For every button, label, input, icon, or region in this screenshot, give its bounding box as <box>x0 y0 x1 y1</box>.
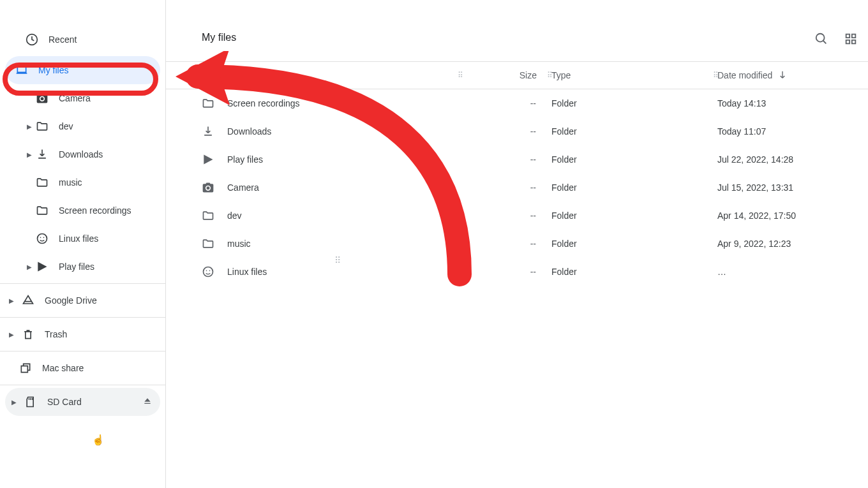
table-row[interactable]: Screen recordings--FolderToday 14:13 <box>166 89 868 117</box>
file-date: Today 11:07 <box>717 126 858 137</box>
sidebar-item[interactable]: ▶Downloads <box>0 140 165 168</box>
table-row[interactable]: dev--FolderApr 14, 2022, 17:50 <box>166 202 868 230</box>
sort-desc-icon <box>777 70 788 82</box>
camera-icon <box>202 181 214 194</box>
view-grid-button[interactable] <box>844 32 858 48</box>
folder-icon <box>36 120 49 133</box>
file-date: Apr 9, 2022, 12:23 <box>717 239 858 249</box>
sidebar-item[interactable]: ▶Play files <box>0 253 165 281</box>
expand-icon[interactable]: ▶ <box>24 151 34 158</box>
table-row[interactable]: Camera--FolderJul 15, 2022, 13:31 <box>166 174 868 202</box>
toolbar: My files <box>166 0 868 61</box>
sidebar-label: dev <box>59 121 160 131</box>
file-name: Linux files <box>227 267 267 277</box>
sidebar-label: Screen recordings <box>59 205 160 216</box>
sidebar-item-trash[interactable]: ▶ Trash <box>0 320 165 348</box>
file-size: -- <box>462 239 551 249</box>
file-size: -- <box>462 267 551 277</box>
eject-icon[interactable] <box>142 396 153 408</box>
sidebar-item[interactable]: Linux files <box>0 225 165 253</box>
col-size[interactable]: Size ⠿ <box>462 70 551 80</box>
file-name: Play files <box>227 154 263 165</box>
expand-icon[interactable]: ▶ <box>9 399 19 406</box>
file-type: Folder <box>551 98 717 108</box>
drag-handle-icon[interactable]: ⠿ <box>547 71 551 80</box>
play-icon <box>202 153 214 166</box>
sidebar-label: Recent <box>49 34 160 45</box>
col-date[interactable]: Date modified <box>717 70 858 82</box>
expand-icon[interactable]: ▶ <box>6 297 17 304</box>
file-name: music <box>227 239 251 249</box>
linux-icon <box>36 232 49 245</box>
sidebar-label: Camera <box>59 93 160 103</box>
drag-handle-icon[interactable]: ⠿ <box>458 71 462 80</box>
sidebar-label: Downloads <box>59 149 160 159</box>
folder-icon <box>202 209 214 222</box>
expand-icon[interactable]: ▶ <box>24 263 34 270</box>
drag-handle-icon[interactable]: ⠿ <box>713 71 717 80</box>
file-name: Camera <box>227 182 259 193</box>
sidebar-item-gdrive[interactable]: ▶ Google Drive <box>0 286 165 314</box>
sidebar-label: My files <box>38 65 155 75</box>
file-type: Folder <box>551 267 717 277</box>
file-size: -- <box>462 98 551 108</box>
file-type: Folder <box>551 182 717 193</box>
share-icon <box>19 362 32 374</box>
main-panel: My files Name ⠿ Size ⠿ Type ⠿ <box>166 0 868 488</box>
file-name: dev <box>227 211 242 221</box>
download-icon <box>202 125 214 138</box>
file-size: -- <box>462 182 551 193</box>
file-size: -- <box>462 211 551 221</box>
search-button[interactable] <box>814 32 828 48</box>
expand-icon[interactable]: ▶ <box>6 331 17 338</box>
table-row[interactable]: Play files--FolderJul 22, 2022, 14:28 <box>166 145 868 174</box>
trash-icon <box>22 328 34 341</box>
col-name[interactable]: Name ⠿ <box>202 70 462 80</box>
resize-handle-icon[interactable]: ⠿ <box>332 253 343 268</box>
sidebar-label: Trash <box>45 329 160 339</box>
download-icon <box>36 148 49 161</box>
sidebar: Recent My files Camera▶dev▶Downloadsmusi… <box>0 0 166 488</box>
file-type: Folder <box>551 211 717 221</box>
table-row[interactable]: Downloads--FolderToday 11:07 <box>166 117 868 145</box>
sidebar-item[interactable]: music <box>0 168 165 196</box>
sidebar-item[interactable]: Camera <box>0 84 165 112</box>
sidebar-item-myfiles[interactable]: My files <box>5 56 160 84</box>
file-date: Jul 22, 2022, 14:28 <box>717 154 858 165</box>
table-row[interactable]: Linux files--Folder… <box>166 258 868 286</box>
file-date: Today 14:13 <box>717 98 858 108</box>
sidebar-label: music <box>59 177 160 188</box>
sidebar-item-macshare[interactable]: Mac share <box>0 354 165 382</box>
breadcrumb-title: My files <box>202 32 236 43</box>
play-icon <box>36 260 49 273</box>
sidebar-label: Play files <box>59 262 160 272</box>
sidebar-item[interactable]: Screen recordings <box>0 196 165 225</box>
file-table: Name ⠿ Size ⠿ Type ⠿ Date modified Scree… <box>166 61 868 286</box>
sd-icon <box>24 396 37 408</box>
col-type[interactable]: Type ⠿ <box>551 70 717 80</box>
clock-icon <box>26 33 38 46</box>
folder-icon <box>202 97 214 110</box>
gdrive-icon <box>22 294 34 307</box>
file-date: Jul 15, 2022, 13:31 <box>717 182 858 193</box>
sidebar-label: Mac share <box>42 363 160 373</box>
sidebar-label: Google Drive <box>45 295 160 306</box>
linux-icon <box>202 265 214 278</box>
file-size: -- <box>462 126 551 137</box>
sidebar-label: SD Card <box>47 397 142 407</box>
sidebar-item-sdcard[interactable]: ▶ SD Card <box>5 388 160 416</box>
folder-icon <box>36 204 49 217</box>
file-type: Folder <box>551 154 717 165</box>
sidebar-label: Linux files <box>59 233 160 244</box>
file-name: Screen recordings <box>227 98 300 108</box>
file-type: Folder <box>551 239 717 249</box>
file-date: Apr 14, 2022, 17:50 <box>717 211 858 221</box>
folder-icon <box>36 176 49 189</box>
sidebar-item[interactable]: ▶dev <box>0 112 165 140</box>
cursor-pointer-icon: ☝ <box>92 434 105 446</box>
expand-icon[interactable]: ▶ <box>24 123 34 130</box>
file-type: Folder <box>551 126 717 137</box>
sidebar-item-recent[interactable]: Recent <box>0 26 165 54</box>
file-date: … <box>717 267 858 277</box>
table-row[interactable]: music--FolderApr 9, 2022, 12:23 <box>166 230 868 258</box>
